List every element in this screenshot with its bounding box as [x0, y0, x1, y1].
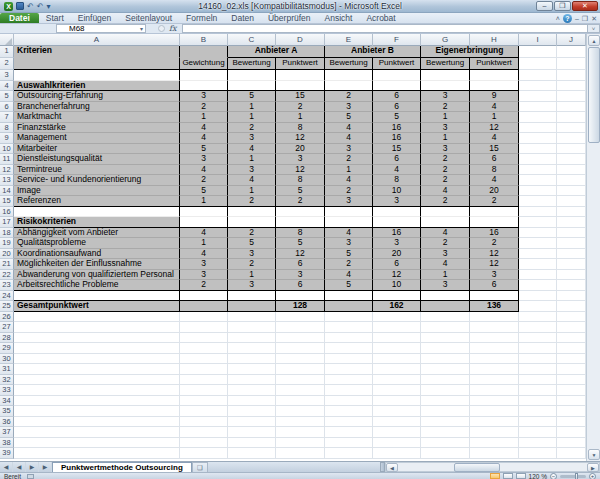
cell-E27[interactable]: [325, 322, 373, 333]
cell-B38[interactable]: [180, 438, 228, 449]
select-all-corner[interactable]: [0, 34, 14, 46]
cell-J22[interactable]: [557, 270, 586, 281]
cell-F28[interactable]: [373, 333, 421, 344]
cell-G34[interactable]: [421, 396, 470, 407]
cell-I3[interactable]: [519, 70, 557, 81]
cell-H37[interactable]: [470, 427, 519, 438]
cell-D8[interactable]: 8: [276, 123, 325, 134]
view-normal-button[interactable]: [490, 473, 500, 479]
cell-H12[interactable]: 8: [470, 165, 519, 176]
cell-F29[interactable]: [373, 343, 421, 354]
cell-B32[interactable]: [180, 375, 228, 386]
cell-E36[interactable]: [325, 417, 373, 428]
cell-E35[interactable]: [325, 406, 373, 417]
cell-B19[interactable]: 1: [180, 238, 228, 249]
cell-B10[interactable]: 5: [180, 144, 228, 155]
ribbon-collapse-icon[interactable]: ˄: [556, 14, 560, 23]
row-header-2[interactable]: 2: [0, 58, 14, 70]
cell-A35[interactable]: [14, 406, 180, 417]
cell-I39[interactable]: [519, 448, 557, 459]
cell-A39[interactable]: [14, 448, 180, 459]
cell-D22[interactable]: 3: [276, 270, 325, 281]
cell-F4[interactable]: [373, 81, 421, 92]
cell-A19[interactable]: Qualitätsprobleme: [14, 238, 180, 249]
cell-G12[interactable]: 2: [421, 165, 470, 176]
cell-J33[interactable]: [557, 385, 586, 396]
cell-A12[interactable]: Termintreue: [14, 165, 180, 176]
cell-J38[interactable]: [557, 438, 586, 449]
cell-H18[interactable]: 16: [470, 228, 519, 239]
cell-J35[interactable]: [557, 406, 586, 417]
horizontal-scroll-thumb[interactable]: [454, 463, 500, 472]
cell-D27[interactable]: [276, 322, 325, 333]
cell-D9[interactable]: 12: [276, 133, 325, 144]
cell-D14[interactable]: 5: [276, 186, 325, 197]
cell-I11[interactable]: [519, 154, 557, 165]
cell-I5[interactable]: [519, 91, 557, 102]
cell-D39[interactable]: [276, 448, 325, 459]
cell-H16[interactable]: [470, 207, 519, 218]
cell-B2[interactable]: Gewichtung: [180, 58, 228, 70]
row-header-9[interactable]: 9: [0, 133, 14, 144]
cell-G35[interactable]: [421, 406, 470, 417]
row-header-36[interactable]: 36: [0, 417, 14, 428]
cell-A8[interactable]: Finanzstärke: [14, 123, 180, 134]
cell-C25[interactable]: [228, 301, 276, 312]
horizontal-scrollbar[interactable]: ◀ ▶: [385, 462, 600, 472]
cell-B37[interactable]: [180, 427, 228, 438]
cell-D37[interactable]: [276, 427, 325, 438]
cell-G27[interactable]: [421, 322, 470, 333]
row-header-27[interactable]: 27: [0, 322, 14, 333]
row-header-37[interactable]: 37: [0, 427, 14, 438]
cell-F2[interactable]: Punktwert: [373, 58, 421, 70]
sheet-tab-punktwertmethode[interactable]: Punktwertmethode Outsourcing: [52, 462, 192, 472]
cell-E22[interactable]: 4: [325, 270, 373, 281]
cell-I7[interactable]: [519, 112, 557, 123]
cell-H15[interactable]: 2: [470, 196, 519, 207]
cell-F19[interactable]: 3: [373, 238, 421, 249]
cell-C5[interactable]: 5: [228, 91, 276, 102]
cell-D31[interactable]: [276, 364, 325, 375]
cell-G30[interactable]: [421, 354, 470, 365]
cell-J37[interactable]: [557, 427, 586, 438]
cell-C30[interactable]: [228, 354, 276, 365]
cell-F34[interactable]: [373, 396, 421, 407]
cell-B14[interactable]: 5: [180, 186, 228, 197]
cell-G10[interactable]: 3: [421, 144, 470, 155]
ribbon-tab-datei[interactable]: Datei: [0, 13, 39, 23]
cell-G31[interactable]: [421, 364, 470, 375]
cell-H11[interactable]: 6: [470, 154, 519, 165]
cell-H36[interactable]: [470, 417, 519, 428]
cell-E33[interactable]: [325, 385, 373, 396]
ribbon-tab-acrobat[interactable]: Acrobat: [359, 13, 402, 23]
cell-B22[interactable]: 3: [180, 270, 228, 281]
row-header-22[interactable]: 22: [0, 270, 14, 281]
cell-A2[interactable]: [14, 58, 180, 70]
cell-G9[interactable]: 1: [421, 133, 470, 144]
row-header-29[interactable]: 29: [0, 343, 14, 354]
cell-G39[interactable]: [421, 448, 470, 459]
row-header-33[interactable]: 33: [0, 385, 14, 396]
cell-G23[interactable]: 3: [421, 280, 470, 291]
zoom-slider[interactable]: [560, 475, 586, 478]
cell-J30[interactable]: [557, 354, 586, 365]
cell-E11[interactable]: 2: [325, 154, 373, 165]
cell-C27[interactable]: [228, 322, 276, 333]
cell-I30[interactable]: [519, 354, 557, 365]
cell-B16[interactable]: [180, 207, 228, 218]
cell-H20[interactable]: 12: [470, 249, 519, 260]
excel-app-icon[interactable]: X: [4, 2, 13, 11]
cell-F31[interactable]: [373, 364, 421, 375]
row-header-1[interactable]: 1: [0, 46, 14, 58]
cell-D32[interactable]: [276, 375, 325, 386]
cell-G3[interactable]: [421, 70, 470, 81]
cell-A27[interactable]: [14, 322, 180, 333]
save-icon[interactable]: [16, 2, 24, 10]
cell-F30[interactable]: [373, 354, 421, 365]
cell-D21[interactable]: 6: [276, 259, 325, 270]
scroll-right-icon[interactable]: ▶: [587, 463, 599, 472]
vertical-scroll-thumb[interactable]: [588, 47, 600, 143]
cell-A5[interactable]: Outsourcing-Erfahrung: [14, 91, 180, 102]
cell-A29[interactable]: [14, 343, 180, 354]
cell-B26[interactable]: [180, 312, 228, 323]
